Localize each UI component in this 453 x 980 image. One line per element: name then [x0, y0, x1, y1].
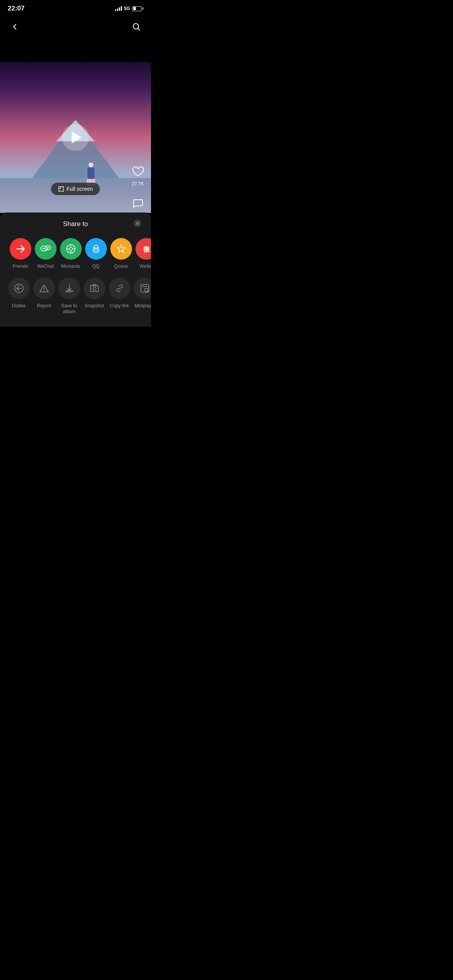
action-item-save-to-album[interactable]: Save to album — [57, 278, 82, 315]
share-label-5: Weibo — [140, 264, 151, 270]
status-time: 22:07 — [8, 5, 24, 12]
svg-text:微: 微 — [142, 246, 150, 254]
svg-rect-1 — [59, 187, 61, 188]
svg-point-4 — [45, 246, 50, 250]
share-label-0: Friends — [12, 264, 28, 270]
action-label-3: Snapshot — [84, 303, 104, 309]
svg-rect-25 — [91, 286, 98, 291]
share-circle-1 — [35, 238, 57, 260]
action-label-0: Dislike — [12, 303, 26, 309]
svg-point-16 — [93, 248, 99, 253]
action-circle-5 — [134, 278, 151, 299]
share-item-weibo[interactable]: 微 Weibo — [134, 238, 151, 270]
share-close-button[interactable] — [132, 218, 143, 229]
play-button[interactable] — [62, 124, 89, 151]
action-label-1: Report — [37, 303, 51, 309]
svg-point-5 — [42, 248, 43, 249]
share-item-qzone[interactable]: Qzone — [108, 238, 134, 270]
share-label-4: Qzone — [114, 264, 128, 270]
share-sheet: Share to Friends WeChat Moments QQ — [0, 212, 151, 327]
status-icons: 5G — [115, 6, 143, 11]
search-button[interactable] — [129, 20, 143, 34]
back-button[interactable] — [8, 20, 22, 34]
svg-point-10 — [69, 247, 72, 251]
share-circle-4 — [110, 238, 132, 260]
signal-bars-icon — [115, 6, 122, 11]
action-item-miniplay...[interactable]: N Miniplay... — [132, 278, 151, 309]
share-circle-0 — [10, 238, 31, 260]
svg-point-23 — [44, 290, 45, 291]
action-circle-1 — [33, 278, 55, 299]
share-circle-5: 微 — [136, 238, 151, 260]
svg-point-8 — [48, 247, 49, 248]
svg-point-15 — [93, 245, 98, 251]
share-circle-3 — [85, 238, 107, 260]
action-item-dislike[interactable]: Dislike — [6, 278, 31, 309]
share-title: Share to — [63, 220, 88, 228]
share-label-3: QQ — [92, 264, 100, 270]
share-item-moments[interactable]: Moments — [58, 238, 83, 270]
svg-rect-24 — [66, 291, 73, 292]
heart-icon — [129, 163, 146, 180]
svg-point-17 — [94, 247, 95, 248]
right-actions: 27.7K 11.5K — [129, 163, 146, 218]
share-items-row: Friends WeChat Moments QQ Qzone 微 Weibo — [0, 234, 151, 270]
fullscreen-button[interactable]: Full screen — [51, 183, 100, 195]
network-type: 5G — [124, 6, 130, 11]
like-button[interactable]: 27.7K — [129, 163, 146, 187]
action-circle-0 — [8, 278, 30, 299]
nav-bar — [0, 17, 151, 36]
svg-point-7 — [46, 247, 47, 248]
action-item-copy-link[interactable]: Copy link — [107, 278, 132, 309]
figure-decoration — [87, 163, 95, 186]
svg-rect-27 — [93, 284, 96, 286]
svg-point-26 — [93, 287, 96, 290]
svg-point-6 — [44, 248, 45, 249]
action-circle-2 — [58, 278, 80, 299]
share-label-1: WeChat — [37, 264, 54, 270]
share-header: Share to — [0, 212, 151, 234]
svg-point-3 — [41, 246, 47, 251]
action-circle-3 — [84, 278, 105, 299]
battery-icon — [132, 6, 143, 11]
play-icon — [72, 131, 82, 144]
comment-icon — [129, 194, 146, 211]
action-item-report[interactable]: Report — [31, 278, 57, 309]
like-count: 27.7K — [132, 181, 144, 187]
share-item-wechat[interactable]: WeChat — [33, 238, 58, 270]
svg-rect-29 — [145, 288, 148, 291]
action-label-2: Save to album — [57, 303, 82, 315]
action-label-4: Copy link — [110, 303, 129, 309]
share-label-2: Moments — [61, 264, 80, 270]
share-item-friends[interactable]: Friends — [8, 238, 33, 270]
status-bar: 22:07 5G — [0, 0, 151, 17]
share-circle-2 — [60, 238, 82, 260]
svg-point-18 — [96, 247, 98, 248]
share-item-qq[interactable]: QQ — [83, 238, 108, 270]
action-items-row: Dislike Report Save to album Snapshot Co… — [0, 270, 151, 315]
action-item-snapshot[interactable]: Snapshot — [82, 278, 107, 309]
fullscreen-label: Full screen — [67, 186, 93, 192]
svg-marker-19 — [117, 245, 125, 252]
action-circle-4 — [109, 278, 130, 299]
action-label-5: Miniplay... — [134, 303, 151, 309]
